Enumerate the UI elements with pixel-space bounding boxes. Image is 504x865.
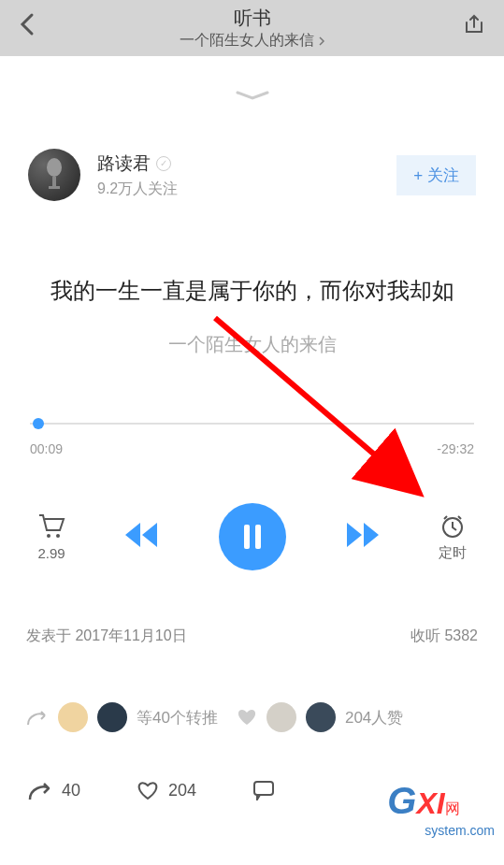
svg-rect-2 xyxy=(49,186,60,189)
meta-row: 发表于 2017年11月10日 收听 5382 xyxy=(0,627,504,646)
share-arrow-icon xyxy=(28,779,52,801)
social-row: 等40个转推 204人赞 xyxy=(0,702,504,732)
price-label: 2.99 xyxy=(37,545,65,561)
share-action[interactable]: 40 xyxy=(28,779,80,801)
timer-button[interactable]: 定时 xyxy=(439,512,467,562)
like-count-text: 204人赞 xyxy=(345,707,403,728)
author-name: 路读君 xyxy=(97,151,151,176)
svg-point-0 xyxy=(47,158,62,177)
forward-button[interactable] xyxy=(343,521,381,553)
follow-button[interactable]: + 关注 xyxy=(396,155,476,195)
watermark: GXI网 system.com xyxy=(387,780,495,839)
heart-outline-icon xyxy=(137,780,159,800)
time-row: 00:09 -29:32 xyxy=(30,441,474,456)
like-avatar-2[interactable] xyxy=(306,702,336,732)
forward-icon xyxy=(343,521,381,549)
cart-icon xyxy=(37,513,65,540)
playback-controls: 2.99 定时 xyxy=(0,503,504,570)
repost-avatar-1[interactable] xyxy=(58,702,88,732)
timer-label: 定时 xyxy=(439,544,467,562)
comment-action[interactable] xyxy=(252,780,275,800)
published-date: 发表于 2017年11月10日 xyxy=(26,627,187,646)
pause-icon xyxy=(244,525,261,549)
chevron-right-icon xyxy=(318,36,325,47)
header-subtitle-text: 一个陌生女人的来信 xyxy=(180,31,314,50)
listen-count: 收听 5382 xyxy=(410,627,478,646)
share-icon[interactable] xyxy=(463,13,485,39)
player-sheet: 路读君 ✓ 9.2万人关注 + 关注 我的一生一直是属于你的，而你对我却如 一个… xyxy=(0,70,504,865)
svg-rect-1 xyxy=(52,177,56,186)
follower-count: 9.2万人关注 xyxy=(97,180,380,199)
purchase-button[interactable]: 2.99 xyxy=(37,513,65,561)
microphone-icon xyxy=(41,158,67,192)
rewind-icon xyxy=(123,521,161,549)
heart-icon[interactable] xyxy=(237,708,257,727)
like-action[interactable]: 204 xyxy=(137,780,196,800)
header-center: 听书 一个陌生女人的来信 xyxy=(180,6,325,50)
top-header: 听书 一个陌生女人的来信 xyxy=(0,0,504,56)
track-subtitle: 一个陌生女人的来信 xyxy=(0,332,504,357)
repost-count-text: 等40个转推 xyxy=(137,707,218,728)
rewind-button[interactable] xyxy=(123,521,161,553)
svg-rect-6 xyxy=(254,782,273,795)
author-row: 路读君 ✓ 9.2万人关注 + 关注 xyxy=(0,149,504,201)
progress-area: 00:09 -29:32 xyxy=(0,423,504,456)
comment-icon xyxy=(252,780,275,800)
like-count: 204 xyxy=(168,781,196,800)
verified-icon: ✓ xyxy=(156,156,171,171)
clock-icon xyxy=(439,512,466,539)
repost-avatar-2[interactable] xyxy=(97,702,127,732)
back-icon[interactable] xyxy=(19,11,36,41)
author-name-row: 路读君 ✓ xyxy=(97,151,380,176)
author-info: 路读君 ✓ 9.2万人关注 xyxy=(97,151,380,199)
svg-point-4 xyxy=(56,534,60,538)
progress-bar[interactable] xyxy=(30,423,474,425)
time-elapsed: 00:09 xyxy=(30,441,63,456)
time-remaining: -29:32 xyxy=(437,441,474,456)
sheet-handle-icon[interactable] xyxy=(0,89,504,102)
share-count: 40 xyxy=(62,781,80,800)
like-avatar-1[interactable] xyxy=(266,702,296,732)
author-avatar[interactable] xyxy=(28,149,80,201)
header-title: 听书 xyxy=(180,6,325,31)
header-subtitle[interactable]: 一个陌生女人的来信 xyxy=(180,31,325,50)
track-title: 我的一生一直是属于你的，而你对我却如 xyxy=(0,276,504,306)
pause-button[interactable] xyxy=(219,503,286,570)
progress-thumb[interactable] xyxy=(33,418,44,429)
repost-arrow-icon[interactable] xyxy=(26,708,49,727)
svg-point-3 xyxy=(47,534,50,538)
